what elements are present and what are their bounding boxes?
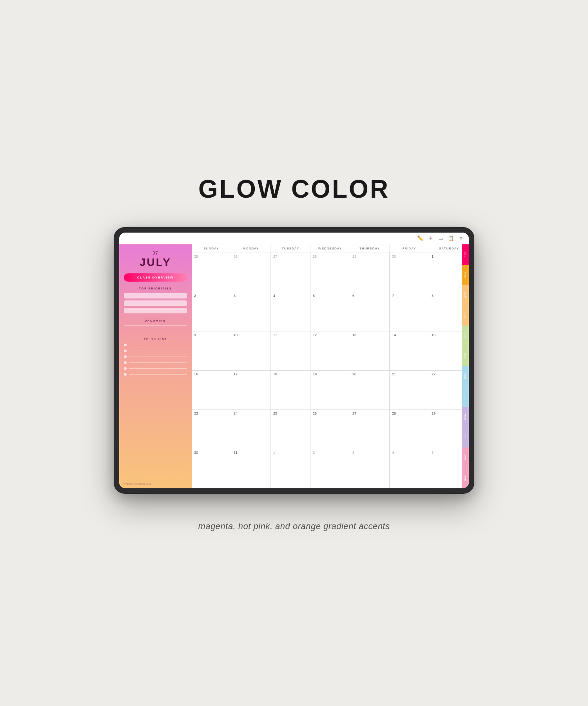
toolbar: ✏️ ⊞ ▭ 📋 ≡ xyxy=(119,233,469,244)
cal-cell[interactable]: 27 xyxy=(271,253,310,292)
cal-date: 22 xyxy=(432,372,466,376)
cal-cell[interactable]: 16 xyxy=(192,371,231,409)
cal-cell[interactable]: 17 xyxy=(231,371,271,409)
cal-date: 6 xyxy=(352,294,387,298)
cal-cell[interactable]: 19 xyxy=(310,371,350,409)
cal-date: 2 xyxy=(313,451,347,455)
cal-cell[interactable]: 22 xyxy=(429,371,469,409)
cal-cell[interactable]: 6 xyxy=(350,292,390,331)
header-wednesday: WEDNESDAY xyxy=(310,244,350,253)
tablet-screen: ✏️ ⊞ ▭ 📋 ≡ 07 JULY CLASS OVERVIEW TOP PR… xyxy=(119,233,469,488)
cal-date: 21 xyxy=(392,372,426,376)
cal-date: 25 xyxy=(194,255,229,258)
top-priorities-label: TOP PRIORITIES xyxy=(139,287,172,290)
cal-cell[interactable]: 8 xyxy=(429,292,469,331)
cal-cell[interactable]: 24 xyxy=(231,410,271,449)
cal-cell[interactable]: 15 xyxy=(429,331,469,370)
menu-icon[interactable]: ≡ xyxy=(458,235,464,242)
cal-date: 4 xyxy=(273,294,308,298)
cal-cell[interactable]: 26 xyxy=(310,410,350,449)
cal-cell[interactable]: 4 xyxy=(271,292,310,331)
sidebar-footer: © VEDIGITALSTUDIO, LLC xyxy=(123,483,152,485)
cal-cell[interactable]: 23 xyxy=(192,410,231,449)
cal-date: 3 xyxy=(352,451,387,455)
tablet-device: ✏️ ⊞ ▭ 📋 ≡ 07 JULY CLASS OVERVIEW TOP PR… xyxy=(114,227,474,494)
cal-cell[interactable]: 5 xyxy=(429,449,469,488)
cal-cell[interactable]: 20 xyxy=(350,371,390,409)
cal-cell[interactable]: 9 xyxy=(192,331,231,370)
cal-cell[interactable]: 18 xyxy=(271,371,310,409)
cal-cell[interactable]: 25 xyxy=(192,253,231,292)
calendar-week-4: 16171819202122 xyxy=(192,371,469,410)
cal-date: 23 xyxy=(194,411,229,415)
cal-cell[interactable]: 29 xyxy=(429,410,469,449)
todo-item-1 xyxy=(124,344,187,346)
upcoming-line-2 xyxy=(124,329,187,329)
cal-cell[interactable]: 31 xyxy=(231,449,271,488)
page-title: GLOW COLOR xyxy=(198,175,390,204)
cal-cell[interactable]: 2 xyxy=(310,449,350,488)
todo-item-2 xyxy=(124,349,187,352)
cal-cell[interactable]: 11 xyxy=(271,331,310,370)
pencil-icon[interactable]: ✏️ xyxy=(417,235,423,242)
cal-cell[interactable]: 28 xyxy=(310,253,350,292)
cal-cell[interactable]: 25 xyxy=(271,410,310,449)
cal-cell[interactable]: 3 xyxy=(350,449,390,488)
cal-cell[interactable]: 28 xyxy=(390,410,429,449)
calendar-area: JUL AUG SEP OCT NOV DEC JAN FEB MAR APR … xyxy=(192,244,469,488)
cal-cell[interactable]: 21 xyxy=(390,371,429,409)
cal-cell[interactable]: 4 xyxy=(390,449,429,488)
cal-date: 19 xyxy=(313,372,347,376)
cal-cell[interactable]: 29 xyxy=(350,253,390,292)
cal-date: 12 xyxy=(313,333,347,337)
cal-date: 24 xyxy=(234,411,268,415)
cal-cell[interactable]: 1 xyxy=(429,253,469,292)
cal-date: 15 xyxy=(432,333,466,337)
cal-cell[interactable]: 3 xyxy=(231,292,271,331)
todo-item-5 xyxy=(124,367,187,370)
cal-date: 14 xyxy=(392,333,426,337)
subtitle: magenta, hot pink, and orange gradient a… xyxy=(198,521,390,531)
grid-icon[interactable]: ⊞ xyxy=(427,235,434,242)
notebook-icon[interactable]: 📋 xyxy=(448,235,454,242)
calendar-week-6: 303112345 xyxy=(192,449,469,488)
cal-date: 18 xyxy=(273,372,308,376)
cal-date: 27 xyxy=(352,411,387,415)
cal-date: 30 xyxy=(194,451,229,455)
todo-line xyxy=(129,374,187,375)
cal-cell[interactable]: 12 xyxy=(310,331,350,370)
cal-date: 10 xyxy=(234,333,268,337)
cal-cell[interactable]: 13 xyxy=(350,331,390,370)
cal-cell[interactable]: 10 xyxy=(231,331,271,370)
upcoming-line-1 xyxy=(124,325,187,326)
calendar-icon[interactable]: ▭ xyxy=(437,235,444,242)
cal-date: 29 xyxy=(432,411,466,415)
header-tuesday: TUESDAY xyxy=(271,244,310,253)
calendar-week-3: 9101112131415 xyxy=(192,331,469,371)
cal-cell[interactable]: 30 xyxy=(390,253,429,292)
cal-cell[interactable]: 7 xyxy=(390,292,429,331)
todo-dot xyxy=(124,361,127,364)
cal-date: 5 xyxy=(432,451,466,455)
todo-line xyxy=(129,345,187,345)
cal-cell[interactable]: 5 xyxy=(310,292,350,331)
cal-cell[interactable]: 2 xyxy=(192,292,231,331)
calendar-grid: 2526272829301234567891011121314151617181… xyxy=(192,253,469,488)
cal-date: 13 xyxy=(352,333,387,337)
cal-cell[interactable]: 30 xyxy=(192,449,231,488)
cal-date: 20 xyxy=(352,372,387,376)
cal-cell[interactable]: 14 xyxy=(390,331,429,370)
cal-cell[interactable]: 27 xyxy=(350,410,390,449)
cal-date: 11 xyxy=(273,333,308,337)
cal-cell[interactable]: 1 xyxy=(271,449,310,488)
cal-cell[interactable]: 26 xyxy=(231,253,271,292)
class-overview-button[interactable]: CLASS OVERVIEW xyxy=(124,273,187,282)
todo-dot xyxy=(124,367,127,370)
cal-date: 8 xyxy=(432,294,466,298)
cal-date: 17 xyxy=(234,372,268,376)
main-content: 07 JULY CLASS OVERVIEW TOP PRIORITIES UP… xyxy=(119,244,469,488)
cal-date: 3 xyxy=(234,294,268,298)
header-monday: MONDAY xyxy=(231,244,271,253)
cal-date: 30 xyxy=(392,255,426,258)
cal-date: 1 xyxy=(432,255,466,258)
